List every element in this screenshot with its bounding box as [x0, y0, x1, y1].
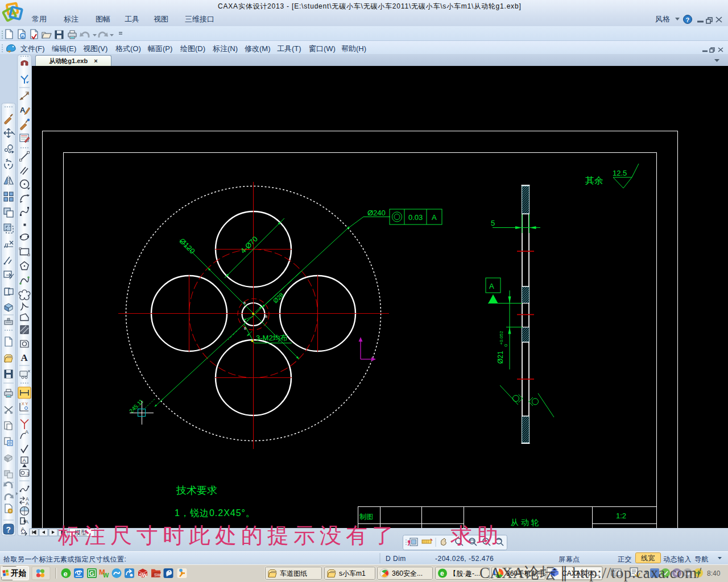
svg-text:e: e: [22, 34, 24, 39]
svg-text:Ø240: Ø240: [367, 209, 386, 217]
svg-text:Ø21: Ø21: [497, 351, 504, 364]
svg-text:e: e: [440, 569, 444, 577]
svg-text:3-M2均布: 3-M2均布: [256, 334, 288, 342]
svg-text:从 动 轮: 从 动 轮: [511, 518, 539, 527]
svg-text:X Y: X Y: [22, 402, 28, 406]
svg-text:A: A: [20, 106, 26, 114]
svg-text:SW: SW: [154, 572, 162, 577]
svg-text:A: A: [21, 352, 28, 363]
svg-text:A: A: [489, 282, 494, 290]
svg-text:B: B: [243, 301, 246, 305]
svg-text:s小车m1: s小车m1: [339, 569, 366, 577]
svg-text:12.5: 12.5: [613, 169, 627, 177]
svg-text:0.03: 0.03: [408, 213, 423, 222]
svg-text:车道图纸: 车道图纸: [280, 569, 307, 577]
svg-text:W: W: [103, 572, 109, 579]
svg-text:其余: 其余: [585, 176, 603, 185]
svg-text:A: A: [432, 213, 437, 222]
svg-text:【股·趣-...: 【股·趣-...: [449, 569, 480, 577]
svg-text:1:2: 1:2: [616, 512, 626, 520]
svg-text:?: ?: [686, 16, 690, 23]
svg-text:e: e: [64, 569, 68, 578]
svg-text:8:40: 8:40: [707, 569, 721, 577]
svg-text:SW: SW: [139, 572, 148, 578]
svg-text:制图: 制图: [359, 513, 373, 521]
svg-text:5: 5: [491, 219, 495, 227]
svg-text:1，锐边0.2X45°。: 1，锐边0.2X45°。: [175, 508, 255, 518]
svg-text:技术要求: 技术要求: [176, 485, 217, 496]
svg-text:360安全...: 360安全...: [392, 569, 423, 577]
svg-text:A: A: [23, 458, 26, 463]
svg-text:B: B: [265, 315, 267, 318]
svg-text:B: B: [244, 327, 246, 330]
svg-text:.1: .1: [26, 471, 30, 476]
svg-text:线宽: 线宽: [641, 554, 655, 562]
svg-text:A: A: [25, 429, 28, 435]
svg-text:G: G: [89, 570, 94, 577]
svg-text:开始: 开始: [10, 569, 27, 577]
svg-text:A: A: [26, 501, 29, 506]
svg-text:0: 0: [503, 344, 508, 347]
svg-text:+0.052: +0.052: [499, 331, 504, 345]
